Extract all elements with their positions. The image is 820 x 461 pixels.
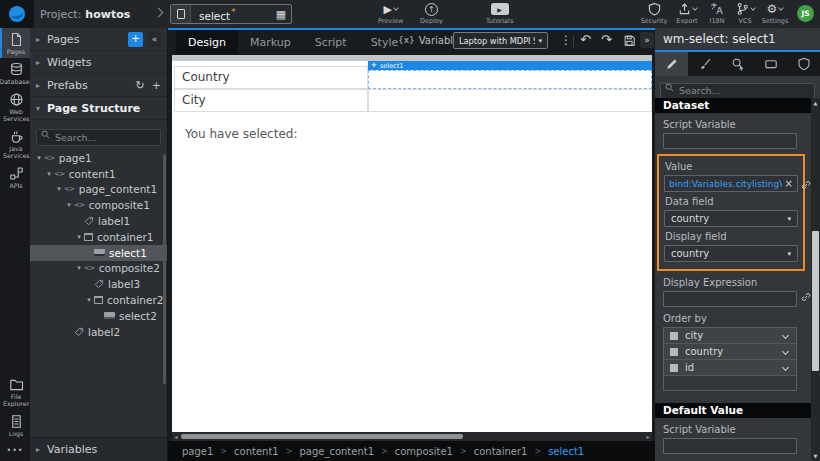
data-field-select[interactable]: country ▾	[664, 210, 798, 227]
tree-expand-arrow[interactable]: ▾	[74, 264, 84, 272]
tab-design[interactable]: Design	[176, 30, 238, 54]
sidebar-item-logs[interactable]: Logs	[0, 410, 30, 440]
display-field-select[interactable]: country ▾	[664, 245, 798, 262]
breadcrumb-item-composite1[interactable]: composite1	[395, 446, 453, 457]
user-avatar[interactable]: JS	[797, 5, 814, 22]
selected-widget-tag[interactable]: + select1	[368, 61, 652, 70]
add-page-button[interactable]: +	[128, 32, 143, 47]
canvas-horizontal-scrollbar[interactable]: ◂ ▸	[172, 432, 652, 441]
preview-button[interactable]: ▶ Preview	[378, 2, 403, 25]
search-input[interactable]	[36, 129, 161, 146]
dataset-section-header[interactable]: Dataset	[655, 98, 811, 113]
deploy-button[interactable]: ↑ Deploy	[420, 2, 443, 25]
more-options-icon[interactable]: •••	[0, 440, 30, 461]
checkbox[interactable]	[670, 332, 678, 340]
tree-expand-arrow[interactable]: ▾	[44, 170, 54, 178]
order-by-option-city[interactable]: city	[664, 328, 796, 344]
wavemaker-logo[interactable]	[0, 0, 34, 28]
property-search-input[interactable]	[660, 83, 815, 99]
tree-expand-arrow[interactable]: ▾	[54, 185, 64, 193]
tree-item-label3[interactable]: label3	[30, 276, 167, 292]
collapse-panel-button[interactable]: «	[148, 32, 161, 47]
tree-item-content1[interactable]: ▾<>content1	[30, 166, 167, 182]
default-script-variable-input[interactable]	[663, 438, 797, 454]
chevron-down-icon[interactable]	[782, 348, 789, 355]
tab-security[interactable]	[787, 52, 820, 76]
tree-item-composite2[interactable]: ▾<>composite2	[30, 261, 167, 277]
device-selector[interactable]: Laptop with MDPI Screen ▾	[453, 32, 548, 49]
collapsed-arrow-icon[interactable]: ▸	[36, 58, 47, 67]
tree-item-select2[interactable]: select2	[30, 308, 167, 324]
tree-item-select1[interactable]: select1	[30, 245, 167, 261]
sidebar-item-apis[interactable]: APIs	[0, 162, 30, 192]
scroll-left-icon[interactable]: ◂	[172, 433, 180, 440]
value-bind-link-icon[interactable]	[800, 176, 811, 195]
breadcrumb-item-content1[interactable]: content1	[234, 446, 279, 457]
security-button[interactable]: Security	[637, 2, 671, 25]
scroll-up-icon[interactable]: ▲	[811, 100, 820, 106]
city-label-cell[interactable]: City	[174, 89, 368, 112]
tree-expand-arrow[interactable]: ▾	[84, 296, 94, 304]
tree-scrollbar[interactable]	[163, 154, 166, 384]
tutorials-button[interactable]: ▶ Tutorials	[486, 2, 513, 25]
city-select-cell[interactable]	[368, 89, 652, 112]
tree-expand-arrow[interactable]: ▾	[34, 154, 44, 162]
sidebar-item-pages[interactable]: Pages	[0, 28, 30, 58]
tree-item-container1[interactable]: ▾container1	[30, 229, 167, 245]
tree-item-composite1[interactable]: ▾<>composite1	[30, 197, 167, 213]
country-label-cell[interactable]: Country	[174, 66, 368, 89]
chevron-down-icon[interactable]	[782, 332, 789, 339]
select1-widget[interactable]	[368, 70, 652, 89]
scrollbar-thumb[interactable]	[812, 231, 819, 371]
checkbox[interactable]	[670, 364, 678, 372]
tab-properties[interactable]	[655, 52, 688, 76]
collapsed-arrow-icon[interactable]: ▸	[36, 81, 47, 90]
breadcrumb-item-select1[interactable]: select1	[548, 446, 584, 457]
scroll-right-icon[interactable]: ▸	[644, 433, 652, 440]
settings-button[interactable]: ⚙ Settings	[759, 2, 791, 25]
script-variable-input[interactable]	[663, 133, 797, 149]
collapsed-arrow-icon[interactable]: ▸	[36, 445, 47, 454]
tree-item-label1[interactable]: label1	[30, 213, 167, 229]
undo-icon[interactable]: ↶	[580, 32, 591, 48]
expanded-arrow-icon[interactable]: ▾	[36, 104, 47, 113]
i18n-button[interactable]: A I18N	[703, 2, 731, 25]
order-by-option-country[interactable]: country	[664, 344, 796, 360]
breadcrumb-item-container1[interactable]: container1	[474, 446, 528, 457]
grid-icon[interactable]: ▦	[271, 8, 291, 21]
value-binding-input[interactable]: bind:Variables.citylistingVar.dataSet ×	[664, 175, 798, 192]
sidebar-item-web-services[interactable]: Web Services	[0, 88, 30, 125]
tab-device[interactable]	[754, 52, 787, 76]
sidebar-item-databases[interactable]: Databases	[0, 58, 30, 88]
display-expression-input[interactable]	[663, 291, 797, 307]
save-icon[interactable]	[623, 34, 636, 51]
tab-script[interactable]: Script	[303, 30, 359, 54]
redo-icon[interactable]: ↷	[601, 32, 612, 48]
tree-item-label2[interactable]: label2	[30, 324, 167, 340]
chevron-down-icon[interactable]	[782, 364, 789, 371]
inspector-scrollbar[interactable]: ▲ ▼	[811, 98, 820, 461]
breadcrumb-item-page1[interactable]: page1	[182, 446, 213, 457]
add-prefab-button[interactable]: +	[152, 79, 161, 92]
tree-expand-arrow[interactable]: ▾	[74, 233, 84, 241]
refresh-icon[interactable]: ↻	[136, 79, 145, 92]
scroll-down-icon[interactable]: ▼	[811, 453, 820, 459]
tab-markup[interactable]: Markup	[238, 30, 303, 54]
breadcrumb-item-page_content1[interactable]: page_content1	[299, 446, 374, 457]
tree-item-page_content1[interactable]: ▾<>page_content1	[30, 182, 167, 198]
collapse-inspector-button[interactable]: »	[640, 32, 654, 48]
clear-binding-icon[interactable]: ×	[785, 178, 793, 189]
section-prefabs[interactable]: ▸ Prefabs ↻ +	[30, 74, 167, 97]
page-selector[interactable]: select* ▦	[170, 4, 292, 24]
section-page-structure[interactable]: ▾ Page Structure	[30, 97, 167, 120]
default-value-section-header[interactable]: Default Value	[655, 403, 811, 418]
checkbox[interactable]	[670, 348, 678, 356]
section-pages[interactable]: ▸ Pages + «	[30, 28, 167, 51]
export-button[interactable]: Export	[671, 2, 703, 25]
sidebar-item-file-explorer[interactable]: File Explorer	[0, 373, 30, 410]
design-page[interactable]: Country City + select1 You have selected…	[172, 55, 652, 432]
order-by-option-id[interactable]: id	[664, 360, 796, 376]
sidebar-item-java-services[interactable]: Java Services	[0, 125, 30, 162]
section-widgets[interactable]: ▸ Widgets	[30, 51, 167, 74]
kebab-menu-icon[interactable]: ⋮	[560, 32, 572, 48]
